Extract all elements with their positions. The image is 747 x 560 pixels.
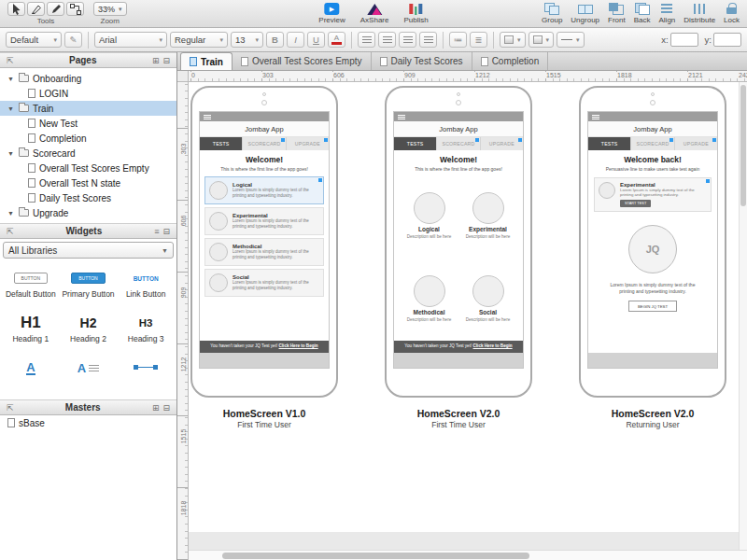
master-item-sbase[interactable]: sBase: [0, 415, 176, 430]
trait-item-experimental[interactable]: Experimental Lorem Ipsum is simply dummy…: [204, 207, 324, 235]
phone-frame[interactable]: Jombay App TESTS SCORECARD UPGRADE Welco…: [385, 86, 532, 398]
tab-upgrade[interactable]: UPGRADE: [287, 137, 329, 150]
widget-heading-3[interactable]: H3 Heading 3: [117, 308, 175, 353]
design-canvas[interactable]: 303 606 909 1212 1515 1818 Jombay App: [177, 82, 747, 560]
menu-icon[interactable]: ≡: [152, 227, 161, 236]
page-item-overall-test-scores-empty[interactable]: Overall Test Scores Empty: [0, 161, 176, 175]
tab-tests[interactable]: TESTS: [588, 137, 631, 150]
fill-color-select[interactable]: ▾: [500, 32, 526, 48]
tab-scorecard[interactable]: SCORECARD: [437, 137, 480, 150]
line-style-select[interactable]: ▾: [557, 32, 585, 48]
library-select[interactable]: All Libraries ▼: [3, 242, 174, 259]
experimental-card[interactable]: Experimental Lorem Ipsum is simply dummy…: [594, 177, 712, 212]
connector-tool-button[interactable]: [66, 2, 84, 16]
doc-tab-train[interactable]: Train: [180, 52, 233, 70]
bring-to-front-button[interactable]: Front: [608, 3, 626, 24]
lock-button[interactable]: Lock: [724, 3, 740, 24]
banner-link[interactable]: Click Here to Begin: [473, 343, 513, 348]
phone-screen[interactable]: Jombay App TESTS SCORECARD UPGRADE Welco…: [393, 111, 524, 369]
align-right-button[interactable]: [399, 32, 416, 48]
tab-scorecard[interactable]: SCORECARD: [631, 137, 674, 150]
text-color-button[interactable]: A: [328, 32, 345, 48]
hamburger-menu-icon[interactable]: [204, 115, 211, 119]
vertical-align-button[interactable]: [419, 32, 437, 48]
line-spacing-button[interactable]: ≣: [470, 32, 487, 48]
tab-tests[interactable]: TESTS: [200, 137, 243, 150]
phone-frame[interactable]: Jombay App TESTS SCORECARD UPGRADE Welco…: [190, 86, 338, 398]
page-item-scorecard[interactable]: ▼ Scorecard: [0, 146, 176, 161]
jq-score-circle[interactable]: JQ: [628, 225, 677, 273]
ungroup-button[interactable]: Ungroup: [571, 3, 599, 24]
pen-tool-button[interactable]: [27, 2, 45, 16]
add-page-icon[interactable]: ⊞: [150, 56, 162, 65]
widget-link-button[interactable]: BUTTON Link Button: [117, 263, 175, 308]
page-item-completion[interactable]: Completion: [0, 131, 176, 146]
add-folder-icon[interactable]: ⊟: [161, 56, 172, 65]
mockup-homescreen-v2-first[interactable]: Jombay App TESTS SCORECARD UPGRADE Welco…: [385, 86, 532, 429]
x-input[interactable]: [670, 33, 698, 47]
phone-screen[interactable]: Jombay App TESTS SCORECARD UPGRADE Welco…: [199, 111, 330, 369]
bullet-list-button[interactable]: ≔: [449, 32, 467, 48]
pin-icon[interactable]: ⇱: [5, 403, 16, 413]
tab-scorecard[interactable]: SCORECARD: [243, 137, 286, 150]
trait-item-logical[interactable]: Logical Lorem Ipsum is simply dummy text…: [204, 176, 324, 204]
align-center-button[interactable]: [378, 32, 396, 48]
trait-item-social[interactable]: Social Lorem Ipsum is simply dummy text …: [204, 269, 324, 297]
horizontal-scrollbar[interactable]: [189, 550, 747, 560]
begin-jq-test-button[interactable]: BEGIN JQ TEST: [628, 301, 677, 312]
scrollbar-thumb[interactable]: [222, 553, 529, 559]
vertical-scrollbar[interactable]: [739, 82, 747, 550]
trait-cell-logical[interactable]: Logical Description will be here: [400, 175, 458, 258]
select-tool-button[interactable]: [7, 2, 25, 16]
phone-frame[interactable]: Jombay App TESTS SCORECARD UPGRADE Welco…: [579, 86, 726, 398]
page-item-login[interactable]: LOGIN: [0, 86, 176, 101]
widget-paragraph[interactable]: A: [60, 353, 118, 398]
trait-cell-methodical[interactable]: Methodical Description will be here: [400, 258, 458, 341]
widget-primary-button[interactable]: BUTTON Primary Button: [60, 263, 118, 308]
pin-icon[interactable]: ⇱: [5, 227, 16, 236]
send-to-back-button[interactable]: Back: [634, 3, 651, 24]
distribute-button[interactable]: Distribute: [684, 3, 715, 24]
page-item-daily-test-scores[interactable]: Daily Test Scores: [0, 190, 176, 205]
widget-default-button[interactable]: BUTTON Default Button: [2, 263, 60, 308]
align-button[interactable]: Align: [659, 3, 676, 24]
line-color-select[interactable]: ▾: [529, 32, 555, 48]
font-select[interactable]: Arial▾: [94, 32, 167, 48]
trait-cell-experimental[interactable]: Experimental Description will be here: [458, 175, 517, 258]
options-icon[interactable]: ⊟: [161, 227, 172, 236]
add-master-icon[interactable]: ⊞: [150, 403, 162, 413]
scrollbar-thumb[interactable]: [740, 85, 746, 206]
banner-link[interactable]: Click Here to Begin: [279, 343, 318, 348]
italic-button[interactable]: I: [287, 32, 304, 48]
font-size-select[interactable]: 13▾: [231, 32, 263, 48]
jq-test-banner[interactable]: You haven't taken your JQ Test yet! Clic…: [394, 341, 523, 353]
mockup-homescreen-v2-returning[interactable]: Jombay App TESTS SCORECARD UPGRADE Welco…: [579, 86, 726, 429]
page-item-new-test[interactable]: New Test: [0, 116, 176, 131]
bold-button[interactable]: B: [266, 32, 284, 48]
trait-item-methodical[interactable]: Methodical Lorem Ipsum is simply dummy t…: [204, 238, 324, 266]
doc-tab-daily-test-scores[interactable]: Daily Test Scores: [372, 52, 472, 70]
widget-line[interactable]: [117, 353, 175, 398]
mockup-homescreen-v1[interactable]: Jombay App TESTS SCORECARD UPGRADE Welco…: [190, 86, 338, 429]
page-item-train[interactable]: ▼ Train: [0, 101, 176, 116]
y-input[interactable]: [713, 33, 741, 47]
hamburger-menu-icon[interactable]: [398, 115, 405, 119]
underline-button[interactable]: U: [307, 32, 325, 48]
phone-screen[interactable]: Jombay App TESTS SCORECARD UPGRADE Welco…: [587, 111, 718, 369]
widget-heading-2[interactable]: H2 Heading 2: [60, 308, 118, 353]
page-item-onboarding[interactable]: ▼ Onboarding: [0, 71, 176, 86]
style-select[interactable]: Default▾: [6, 32, 62, 48]
add-folder-icon[interactable]: ⊟: [161, 403, 172, 413]
hamburger-menu-icon[interactable]: [592, 115, 599, 119]
align-left-button[interactable]: [358, 32, 375, 48]
tab-upgrade[interactable]: UPGRADE: [675, 137, 717, 150]
widget-heading-1[interactable]: H1 Heading 1: [2, 308, 60, 353]
tab-tests[interactable]: TESTS: [394, 137, 437, 150]
axshare-button[interactable]: AxShare: [360, 3, 389, 24]
doc-tab-overall-test-scores-empty[interactable]: Overall Test Scores Empty: [233, 52, 372, 70]
format-painter-button[interactable]: ✎: [64, 32, 82, 48]
font-weight-select[interactable]: Regular▾: [170, 32, 228, 48]
page-item-upgrade[interactable]: ▼ Upgrade: [0, 205, 176, 220]
trait-cell-social[interactable]: Social Description will be here: [458, 258, 517, 341]
jq-test-banner[interactable]: You haven't taken your JQ Test yet! Clic…: [200, 341, 329, 353]
